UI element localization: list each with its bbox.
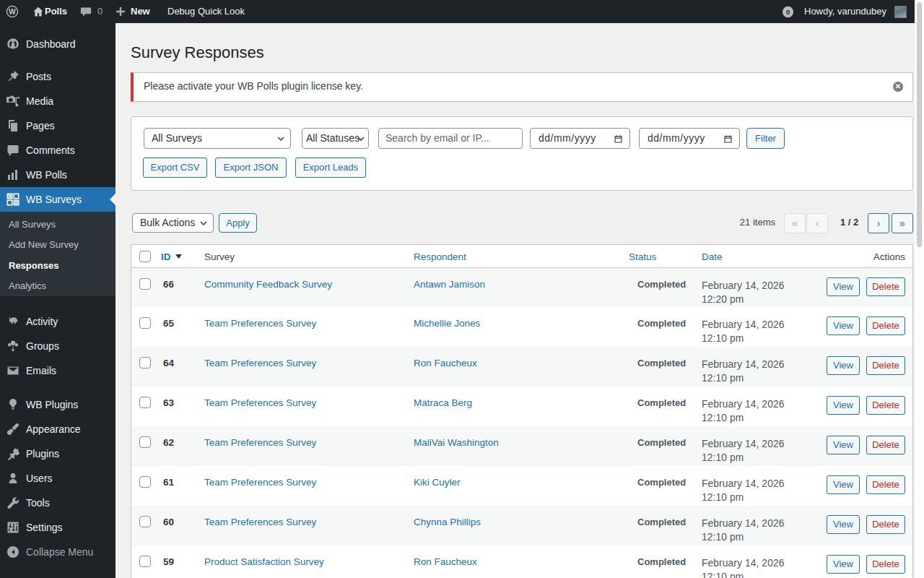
svg-text:0: 0: [786, 9, 790, 16]
svg-text:W: W: [9, 8, 16, 16]
